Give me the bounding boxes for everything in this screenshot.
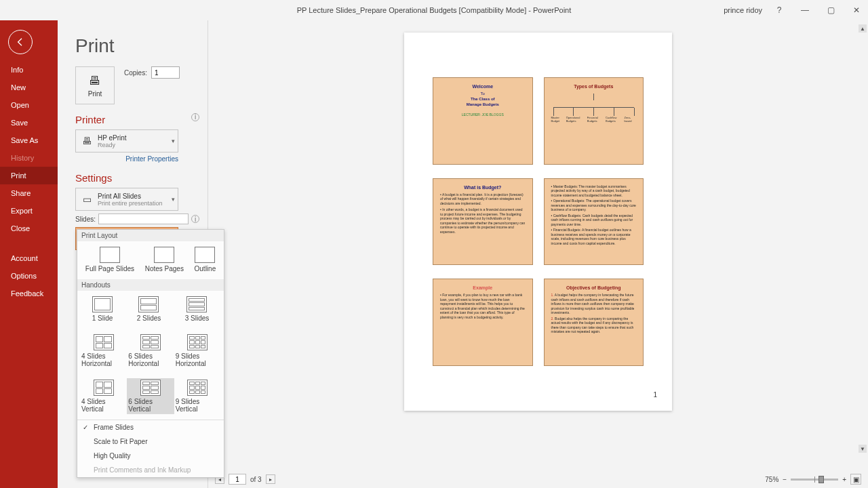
window-title: PP Lecture Slides_Prepare Operational Bu…	[297, 6, 572, 14]
next-page-button[interactable]: ▸	[266, 474, 275, 484]
print-layout-header: Print Layout	[77, 230, 224, 241]
copies-input[interactable]	[151, 66, 180, 79]
layout-outline[interactable]: Outline	[193, 245, 218, 274]
printer-properties-link[interactable]: Printer Properties	[75, 155, 178, 163]
settings-heading: Settings	[75, 172, 203, 184]
sidebar-item-export[interactable]: Export	[0, 202, 58, 220]
page-number: 1	[653, 391, 657, 399]
sidebar-item-feedback[interactable]: Feedback	[0, 285, 58, 302]
handout-4h[interactable]: 4 Slides Horizontal	[80, 333, 127, 369]
slide-thumb-4: • Master Budgets: The master budget summ…	[544, 178, 644, 266]
zoom-label: 75%	[765, 476, 778, 483]
page-input[interactable]	[229, 474, 246, 485]
backstage-sidebar: Info New Open Save Save As History Print…	[0, 20, 58, 488]
printer-dropdown[interactable]: 🖶 HP ePrint Ready ▾	[75, 129, 178, 152]
sidebar-item-open[interactable]: Open	[0, 96, 58, 114]
opt-print-comments: Print Comments and Ink Markup	[77, 463, 224, 477]
print-range-dropdown[interactable]: ▭ Print All Slides Print entire presenta…	[75, 188, 178, 211]
page-of-label: of 3	[250, 476, 262, 483]
handout-2-slides[interactable]: 2 Slides	[136, 295, 163, 323]
print-button-label: Print	[88, 90, 102, 98]
slide-thumb-1: Welcome To The Class of Manage Budgets L…	[433, 77, 533, 165]
slide-thumb-2: Types of Budgets	[544, 77, 644, 165]
sidebar-item-save[interactable]: Save	[0, 114, 58, 131]
sidebar-item-new[interactable]: New	[0, 79, 58, 96]
close-button[interactable]: ✕	[848, 3, 865, 18]
opt-frame-slides[interactable]: Frame Slides	[77, 420, 224, 434]
title-bar: PP Lecture Slides_Prepare Operational Bu…	[0, 0, 868, 20]
sidebar-item-share[interactable]: Share	[0, 184, 58, 202]
opt-high-quality[interactable]: High Quality	[77, 449, 224, 463]
preview-scrollbar[interactable]: ▲ ▼	[859, 24, 867, 453]
slides-input[interactable]	[98, 214, 189, 224]
sidebar-item-account[interactable]: Account	[0, 249, 58, 267]
zoom-slider[interactable]	[791, 479, 838, 481]
user-name[interactable]: prince ridoy	[724, 6, 762, 14]
slide-thumb-5: Example • For example, if you plan to bu…	[433, 279, 533, 366]
print-button[interactable]: 🖶 Print	[75, 66, 115, 104]
layout-notes-pages[interactable]: Notes Pages	[144, 245, 185, 274]
handout-6h[interactable]: 6 Slides Horizontal	[127, 333, 174, 369]
back-button[interactable]	[8, 30, 33, 54]
printer-heading: Printer	[75, 114, 105, 125]
sidebar-item-print[interactable]: Print	[0, 167, 58, 184]
scroll-down-icon[interactable]: ▼	[859, 445, 867, 453]
handout-6v[interactable]: 6 Slides Vertical	[127, 378, 174, 414]
print-range-sub: Print entire presentation	[98, 200, 163, 207]
copies-label: Copies:	[124, 69, 147, 77]
page-title: Print	[75, 35, 203, 57]
sidebar-item-close[interactable]: Close	[0, 220, 58, 237]
restore-button[interactable]: ▢	[822, 3, 840, 18]
layout-flyout: Print Layout Full Page Slides Notes Page…	[77, 229, 224, 478]
sidebar-item-options[interactable]: Options	[0, 267, 58, 285]
slides-icon: ▭	[80, 194, 94, 205]
handout-9v[interactable]: 9 Slides Vertical	[174, 378, 221, 414]
printer-status: Ready	[98, 142, 127, 148]
zoom-out-button[interactable]: −	[783, 476, 787, 483]
handout-4v[interactable]: 4 Slides Vertical	[80, 378, 127, 414]
preview-page: Welcome To The Class of Manage Budgets L…	[404, 33, 672, 411]
handout-9h[interactable]: 9 Slides Horizontal	[174, 333, 221, 369]
layout-full-page[interactable]: Full Page Slides	[84, 245, 136, 274]
info-icon[interactable]: i	[191, 113, 199, 121]
slide-thumb-3: What is Budget? • A budget is a financia…	[433, 178, 533, 266]
zoom-in-button[interactable]: +	[842, 476, 846, 483]
handout-1-slide[interactable]: 1 Slide	[91, 295, 115, 323]
printer-icon: 🖶	[89, 74, 101, 88]
chevron-down-icon: ▾	[172, 196, 175, 203]
print-range-main: Print All Slides	[98, 192, 163, 200]
handout-3-slides[interactable]: 3 Slides	[184, 295, 211, 323]
slides-label: Slides:	[75, 216, 96, 223]
zoom-fit-button[interactable]: ▣	[850, 474, 861, 485]
printer-status-icon: 🖶	[80, 136, 94, 146]
chevron-down-icon: ▾	[172, 138, 175, 144]
help-button[interactable]: ?	[770, 3, 788, 18]
preview-pane: Welcome To The Class of Manage Budgets L…	[208, 20, 868, 488]
sidebar-item-info[interactable]: Info	[0, 61, 58, 79]
opt-scale-fit[interactable]: Scale to Fit Paper	[77, 434, 224, 449]
handouts-header: Handouts	[77, 279, 224, 291]
slide-thumb-6: Objectives of Budgeting 1. A budget help…	[544, 279, 644, 366]
minimize-button[interactable]: ―	[796, 3, 814, 18]
info-icon[interactable]: i	[191, 215, 199, 223]
scroll-up-icon[interactable]: ▲	[859, 24, 867, 33]
printer-name: HP ePrint	[98, 134, 127, 142]
preview-footer: ◂ of 3 ▸ 75% − + ▣	[208, 470, 868, 488]
sidebar-item-save-as[interactable]: Save As	[0, 131, 58, 149]
sidebar-item-history[interactable]: History	[0, 149, 58, 167]
